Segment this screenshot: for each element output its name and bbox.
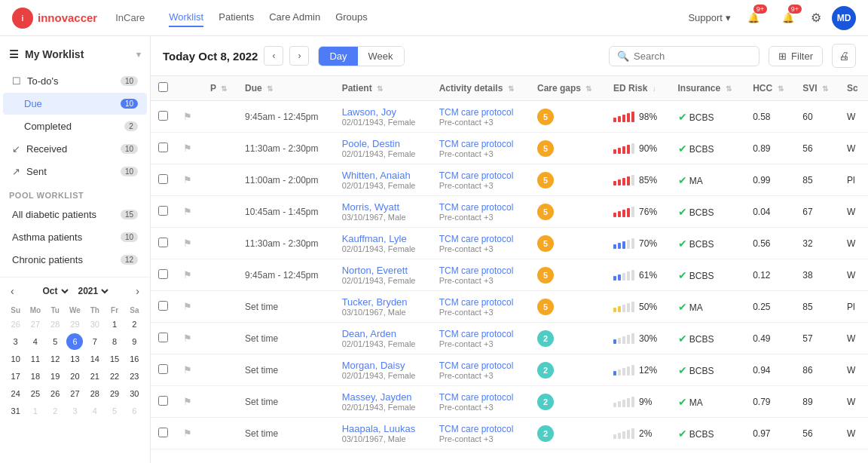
calendar-day[interactable]: 26 — [47, 385, 63, 402]
calendar-day[interactable]: 3 — [8, 333, 24, 350]
sidebar-item-due[interactable]: Due 10 — [3, 93, 147, 115]
row-checkbox[interactable] — [158, 396, 168, 406]
flag-icon[interactable]: ⚑ — [183, 143, 192, 154]
activity-title[interactable]: TCM care protocol — [439, 424, 522, 434]
row-checkbox[interactable] — [158, 143, 168, 152]
patient-name-link[interactable]: Morgan, Daisy — [342, 360, 405, 371]
row-checkbox[interactable] — [158, 174, 168, 184]
row-flag-cell[interactable]: ⚑ — [176, 196, 203, 228]
calendar-day[interactable]: 29 — [66, 316, 83, 333]
calendar-day[interactable]: 29 — [106, 385, 123, 402]
row-checkbox-cell[interactable] — [151, 101, 176, 133]
calendar-day[interactable]: 17 — [8, 368, 24, 385]
row-checkbox[interactable] — [158, 428, 168, 437]
patient-name-link[interactable]: Lawson, Joy — [342, 106, 396, 118]
row-flag-cell[interactable]: ⚑ — [176, 133, 203, 164]
patient-name-link[interactable]: Dean, Arden — [342, 328, 396, 339]
flag-icon[interactable]: ⚑ — [183, 206, 192, 217]
calendar-day[interactable]: 1 — [27, 403, 44, 419]
sc-header[interactable]: Sc — [839, 76, 868, 101]
logo[interactable]: i innovaccer — [12, 8, 97, 29]
due-header[interactable]: Due ⇅ — [237, 76, 335, 101]
svi-header[interactable]: SVI ⇅ — [795, 76, 839, 101]
activity-title[interactable]: TCM care protocol — [439, 360, 522, 371]
patient-name-link[interactable]: Kauffman, Lyle — [342, 233, 407, 244]
calendar-day[interactable]: 7 — [87, 333, 103, 350]
calendar-day[interactable]: 2 — [47, 403, 63, 419]
calendar-day[interactable]: 6 — [126, 403, 142, 419]
calendar-day[interactable]: 4 — [27, 333, 44, 350]
calendar-day[interactable]: 5 — [106, 403, 123, 419]
calendar-day[interactable]: 12 — [47, 351, 63, 367]
activity-title[interactable]: TCM care protocol — [439, 392, 522, 403]
care-gaps-header[interactable]: Care gaps ⇅ — [530, 76, 606, 101]
row-flag-cell[interactable]: ⚑ — [176, 101, 203, 133]
calendar-month-select[interactable]: Oct — [40, 285, 71, 297]
calendar-day[interactable]: 30 — [87, 316, 103, 333]
patient-name-link[interactable]: Morris, Wyatt — [342, 201, 399, 213]
calendar-day[interactable]: 25 — [27, 385, 44, 402]
flag-icon[interactable]: ⚑ — [183, 301, 192, 312]
filter-button[interactable]: ⊞ Filter — [769, 46, 823, 66]
nav-worklist[interactable]: Worklist — [169, 8, 203, 27]
calendar-prev-button[interactable]: ‹ — [6, 284, 19, 299]
row-checkbox[interactable] — [158, 238, 168, 247]
hcc-header[interactable]: HCC ⇅ — [745, 76, 795, 101]
patient-name-link[interactable]: Poole, Destin — [342, 138, 400, 149]
patient-name-link[interactable]: Whitten, Anaiah — [342, 170, 411, 181]
row-checkbox-cell[interactable] — [151, 228, 176, 259]
row-checkbox[interactable] — [158, 301, 168, 311]
patient-name-link[interactable]: Haapala, Luukas — [342, 423, 416, 434]
activity-title[interactable]: TCM care protocol — [439, 170, 522, 181]
select-all-header[interactable] — [151, 76, 176, 101]
calendar-day[interactable]: 10 — [8, 351, 24, 367]
calendar-day[interactable]: 26 — [8, 316, 24, 333]
bell-button-2[interactable]: 🔔 9+ — [776, 6, 800, 30]
priority-header[interactable]: P ⇅ — [203, 76, 237, 101]
activity-header[interactable]: Activity details ⇅ — [432, 76, 530, 101]
calendar-day[interactable]: 9 — [126, 333, 142, 350]
flag-icon[interactable]: ⚑ — [183, 333, 192, 344]
calendar-day[interactable]: 6 — [66, 333, 83, 350]
calendar-day[interactable]: 28 — [87, 385, 103, 402]
activity-title[interactable]: TCM care protocol — [439, 329, 522, 339]
week-view-button[interactable]: Week — [358, 47, 404, 66]
calendar-next-button[interactable]: › — [131, 284, 144, 299]
calendar-day[interactable]: 30 — [126, 385, 142, 402]
calendar-year-select[interactable]: 2021 — [75, 285, 111, 297]
calendar-day[interactable]: 14 — [87, 351, 103, 367]
calendar-day[interactable]: 28 — [47, 316, 63, 333]
calendar-day[interactable]: 5 — [47, 333, 63, 350]
sidebar-item-sent[interactable]: ↗ Sent 10 — [3, 161, 147, 182]
flag-icon[interactable]: ⚑ — [183, 111, 192, 122]
row-flag-cell[interactable]: ⚑ — [176, 354, 203, 386]
row-checkbox[interactable] — [158, 333, 168, 342]
sidebar-item-asthma[interactable]: Asthma patients 10 — [3, 226, 147, 248]
row-checkbox-cell[interactable] — [151, 323, 176, 354]
calendar-day[interactable]: 21 — [87, 368, 103, 385]
flag-icon[interactable]: ⚑ — [183, 396, 192, 407]
sidebar-item-diabetic[interactable]: All diabetic patients 15 — [3, 204, 147, 225]
activity-title[interactable]: TCM care protocol — [439, 107, 522, 118]
calendar-day[interactable]: 2 — [126, 316, 142, 333]
row-checkbox[interactable] — [158, 364, 168, 374]
insurance-header[interactable]: Insurance ⇅ — [671, 76, 746, 101]
ed-risk-header[interactable]: ED Risk ↓ — [606, 76, 670, 101]
row-checkbox[interactable] — [158, 269, 168, 279]
sidebar-header[interactable]: ☰ My Worklist ▾ — [0, 42, 150, 69]
calendar-day[interactable]: 18 — [27, 368, 44, 385]
row-flag-cell[interactable]: ⚑ — [176, 291, 203, 323]
avatar[interactable]: MD — [832, 6, 856, 30]
row-checkbox-cell[interactable] — [151, 259, 176, 291]
flag-icon[interactable]: ⚑ — [183, 269, 192, 281]
patient-name-link[interactable]: Massey, Jayden — [342, 391, 412, 403]
row-checkbox[interactable] — [158, 111, 168, 121]
calendar-day[interactable]: 22 — [106, 368, 123, 385]
row-checkbox-cell[interactable] — [151, 291, 176, 323]
patient-name-link[interactable]: Norton, Everett — [342, 265, 408, 276]
settings-icon[interactable]: ⚙ — [811, 11, 821, 25]
calendar-day[interactable]: 1 — [106, 316, 123, 333]
print-button[interactable]: 🖨 — [832, 44, 856, 68]
row-checkbox[interactable] — [158, 206, 168, 216]
row-flag-cell[interactable]: ⚑ — [176, 164, 203, 196]
